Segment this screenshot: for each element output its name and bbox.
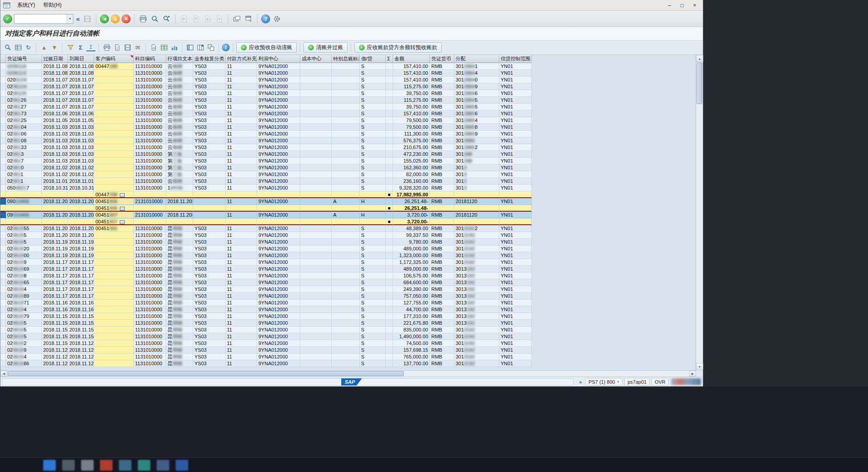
cell-txt[interactable]: 昆明销 xyxy=(166,340,193,347)
cell-dd[interactable]: 2018.10.31 xyxy=(68,185,94,191)
cell-cur[interactable]: RMB xyxy=(430,198,454,205)
cell-asg[interactable]: 3013 xyxy=(454,164,499,171)
cell-crd[interactable]: YN01 xyxy=(499,293,532,300)
cell-amt[interactable]: 9,328,320.00 xyxy=(393,185,430,191)
cell-crd[interactable]: YN01 xyxy=(499,266,532,272)
cell-sig[interactable] xyxy=(386,151,393,158)
cell-pd[interactable]: 2018.11.12 xyxy=(42,347,68,354)
cell-acct[interactable]: 1131010000 xyxy=(134,110,166,117)
scroll-left-arrow-icon[interactable]: ◀ xyxy=(0,371,7,377)
cell-cust[interactable] xyxy=(94,77,134,83)
cell-asg[interactable]: 301288 xyxy=(454,151,499,158)
cell-pd[interactable]: 2018.11.03 xyxy=(42,158,68,164)
cell-cls[interactable]: YS03 xyxy=(193,272,226,279)
cell-cc[interactable] xyxy=(300,252,332,259)
cell-dc[interactable]: S xyxy=(360,151,386,158)
cell-acct[interactable]: 1131010000 xyxy=(134,137,166,144)
cell-cust[interactable] xyxy=(94,185,134,191)
cell-dd[interactable]: 2018.11.08 xyxy=(68,63,94,70)
cell-dc[interactable]: S xyxy=(360,90,386,97)
cell-doc[interactable]: 02061971 xyxy=(6,300,42,306)
cell-pc[interactable]: 9YNA012000 xyxy=(257,90,300,97)
row-select-cell[interactable] xyxy=(0,340,6,347)
cell-txt[interactable]: 昆明销 xyxy=(166,272,193,279)
cell-cust[interactable] xyxy=(94,259,134,266)
cell-cur[interactable]: RMB xyxy=(430,232,454,239)
subtotal-row[interactable]: 0045190626,251.48- xyxy=(0,205,537,212)
cell-sgl[interactable] xyxy=(332,104,360,110)
row-select-cell[interactable] xyxy=(0,104,6,110)
cell-pay[interactable]: 11 xyxy=(226,300,257,306)
cell-crd[interactable]: YN01 xyxy=(499,245,532,252)
cell-cls[interactable]: YS03 xyxy=(193,97,226,104)
cell-cc[interactable] xyxy=(300,327,332,333)
cell-sgl[interactable] xyxy=(332,191,360,198)
cell-cust[interactable] xyxy=(94,252,134,259)
cell-sgl[interactable] xyxy=(332,266,360,272)
cell-cls[interactable]: YS03 xyxy=(193,124,226,131)
taskbar-item[interactable] xyxy=(138,460,150,471)
cell-pay[interactable]: 11 xyxy=(226,110,257,117)
cell-pc[interactable]: 9YNA012000 xyxy=(257,77,300,83)
cell-cust[interactable] xyxy=(94,131,134,137)
cell-pay[interactable]: 11 xyxy=(226,279,257,286)
cell-dc[interactable]: S xyxy=(360,360,386,367)
cell-sgl[interactable] xyxy=(332,218,360,225)
cell-dc[interactable]: S xyxy=(360,110,386,117)
cell-dd[interactable]: 2018.11.12 xyxy=(68,354,94,360)
cell-crd[interactable]: YN01 xyxy=(499,185,532,191)
cell-txt[interactable]: 昆明销 xyxy=(166,239,193,245)
cell-acct[interactable]: 1131010000 xyxy=(134,117,166,124)
cell-cust[interactable] xyxy=(94,340,134,347)
table-row[interactable]: 02061942018.11.162018.11.161131010000昆明销… xyxy=(0,306,537,313)
cell-pd[interactable]: 2018.11.03 xyxy=(42,124,68,131)
cell-dd[interactable]: 2018.11.19 xyxy=(68,252,94,259)
previous-page-icon[interactable] xyxy=(191,14,201,24)
cell-sig[interactable] xyxy=(386,320,393,327)
column-header-acct[interactable]: 科目编码 xyxy=(134,55,166,63)
cell-dd[interactable]: 2018.11.03 xyxy=(68,158,94,164)
cell-cls[interactable]: YS03 xyxy=(193,164,226,171)
cell-sig[interactable] xyxy=(386,178,393,185)
selected-row[interactable]: 090104662018.11.202018.11.20004519072131… xyxy=(0,212,537,218)
cell-cust[interactable] xyxy=(94,110,134,117)
cell-pay[interactable]: 11 xyxy=(226,158,257,164)
cell-asg[interactable]: 3013192 xyxy=(454,340,499,347)
table-row[interactable]: 020619892018.11.172018.11.171131010000昆明… xyxy=(0,293,537,300)
cell-dc[interactable]: S xyxy=(360,239,386,245)
cell-sig[interactable] xyxy=(386,333,393,340)
column-header-amt[interactable]: 金额 xyxy=(393,55,430,63)
cell-dd[interactable]: 2018.11.12 xyxy=(68,340,94,347)
cell-cur[interactable]: RMB xyxy=(430,144,454,151)
cell-cust[interactable]: 00451906 xyxy=(94,198,134,205)
cell-cls[interactable]: YS03 xyxy=(193,252,226,259)
cell-cust[interactable] xyxy=(94,306,134,313)
cell-pay[interactable] xyxy=(226,218,257,225)
cell-acct[interactable]: 1131010000 xyxy=(134,124,166,131)
cell-cust[interactable] xyxy=(94,144,134,151)
cell-cc[interactable] xyxy=(300,185,332,191)
cell-cc[interactable] xyxy=(300,97,332,104)
select-all-header[interactable] xyxy=(0,55,6,63)
cell-dc[interactable]: S xyxy=(360,272,386,279)
cell-sgl[interactable] xyxy=(332,144,360,151)
table-row[interactable]: 02061992018.11.122018.11.121131010000昆明销… xyxy=(0,347,537,354)
cell-amt[interactable]: 236,160.00 xyxy=(393,178,430,185)
cell-txt[interactable]: 昆明销 xyxy=(166,225,193,232)
row-select-cell[interactable] xyxy=(0,347,6,354)
cell-txt[interactable]: 云南销 xyxy=(166,144,193,151)
cell-pay[interactable]: 11 xyxy=(226,293,257,300)
cell-acct[interactable]: 1131010000 xyxy=(134,232,166,239)
cell-acct[interactable]: 1131010000 xyxy=(134,185,166,191)
cell-amt[interactable]: 115,275.00 xyxy=(393,83,430,90)
cell-sig[interactable] xyxy=(386,212,393,218)
cell-dd[interactable]: 2018.11.01 xyxy=(68,178,94,185)
cell-dc[interactable]: S xyxy=(360,63,386,70)
cell-sgl[interactable]: A xyxy=(332,212,360,218)
table-row[interactable]: 0206102018.11.022018.11.021131010000第三批Y… xyxy=(0,164,537,171)
cell-asg[interactable]: 30128849 xyxy=(454,83,499,90)
cell-crd[interactable]: YN01 xyxy=(499,300,532,306)
cell-pd[interactable]: 2018.11.15 xyxy=(42,313,68,320)
cell-amt[interactable]: 1,323,000.00 xyxy=(393,252,430,259)
cell-doc[interactable] xyxy=(6,191,42,198)
